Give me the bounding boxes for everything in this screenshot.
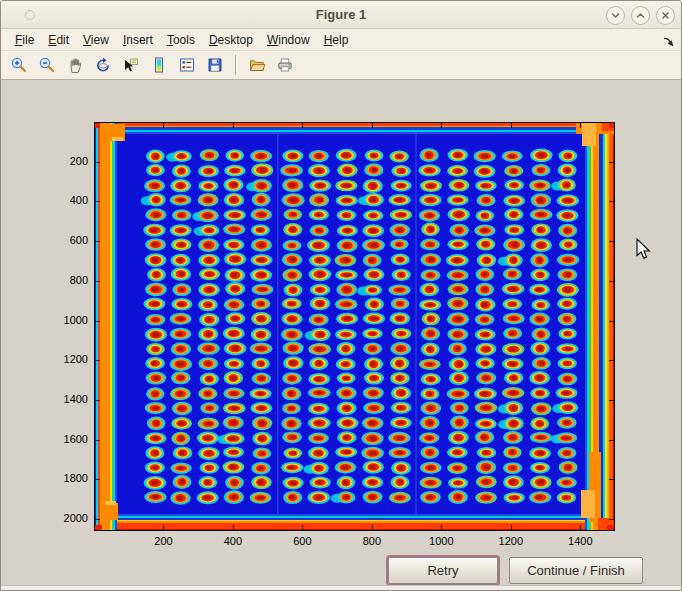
titlebar[interactable]: Figure 1 [1, 1, 681, 29]
dock-figure-arrow-icon[interactable] [662, 34, 675, 47]
print-icon [276, 56, 294, 74]
x-tick-label: 1200 [499, 535, 523, 547]
rotate-3d-button[interactable] [92, 54, 114, 76]
print-button[interactable] [274, 54, 296, 76]
pan-icon [66, 56, 84, 74]
y-tick-label: 200 [50, 155, 88, 167]
menubar-items: FileEditViewInsertToolsDesktopWindowHelp [1, 29, 681, 51]
x-tick-label: 400 [224, 535, 242, 547]
plot-axes [94, 122, 615, 531]
y-tick-label: 1800 [50, 472, 88, 484]
y-tick-label: 1200 [50, 353, 88, 365]
pan-button[interactable] [64, 54, 86, 76]
colorbar-icon [150, 56, 168, 74]
legend-icon [178, 56, 196, 74]
zoom-out-icon [38, 56, 56, 74]
x-tick-label: 800 [363, 535, 381, 547]
menu-item-desktop[interactable]: Desktop [209, 29, 253, 51]
colorbar-button[interactable] [148, 54, 170, 76]
minimize-icon [610, 10, 621, 21]
zoom-in-button[interactable] [8, 54, 30, 76]
y-tick-label: 400 [50, 194, 88, 206]
maximize-icon [635, 10, 646, 21]
menu-item-help[interactable]: Help [324, 29, 349, 51]
y-tick-label: 1400 [50, 393, 88, 405]
toolbar-separator [235, 55, 237, 75]
figure-window: Figure 1 FileEditViewInsertToolsDesktopW… [0, 0, 682, 591]
mouse-cursor [636, 238, 652, 260]
menu-item-insert[interactable]: Insert [123, 29, 153, 51]
zoom-out-button[interactable] [36, 54, 58, 76]
legend-button[interactable] [176, 54, 198, 76]
menu-item-edit[interactable]: Edit [48, 29, 69, 51]
data-cursor-icon [122, 56, 140, 74]
open-icon [248, 56, 266, 74]
rotate-3d-icon [94, 56, 112, 74]
close-button[interactable] [656, 6, 675, 25]
save-button[interactable] [204, 54, 226, 76]
menu-item-view[interactable]: View [83, 29, 109, 51]
retry-button[interactable]: Retry [388, 557, 498, 584]
y-tick-label: 600 [50, 234, 88, 246]
x-tick-label: 1000 [429, 535, 453, 547]
maximize-button[interactable] [631, 6, 650, 25]
minimize-button[interactable] [606, 6, 625, 25]
y-tick-label: 1600 [50, 433, 88, 445]
y-tick-label: 1000 [50, 314, 88, 326]
close-icon [660, 10, 671, 21]
x-tick-label: 200 [154, 535, 172, 547]
heatmap-image [94, 122, 615, 531]
save-icon [206, 56, 224, 74]
menu-item-tools[interactable]: Tools [167, 29, 195, 51]
menu-item-window[interactable]: Window [267, 29, 310, 51]
x-tick-label: 600 [293, 535, 311, 547]
y-tick-label: 800 [50, 274, 88, 286]
window-title: Figure 1 [1, 1, 681, 29]
zoom-in-icon [10, 56, 28, 74]
window-bottom-edge [1, 585, 681, 591]
menu-item-file[interactable]: File [15, 29, 34, 51]
y-tick-label: 2000 [50, 512, 88, 524]
data-cursor-button[interactable] [120, 54, 142, 76]
continue-finish-button[interactable]: Continue / Finish [509, 557, 643, 584]
figure-area: Retry Continue / Finish 2004006008001000… [1, 81, 682, 585]
toolbar [1, 51, 681, 80]
menubar: FileEditViewInsertToolsDesktopWindowHelp [1, 29, 681, 51]
window-controls [606, 6, 675, 25]
x-tick-label: 1400 [568, 535, 592, 547]
open-button[interactable] [246, 54, 268, 76]
